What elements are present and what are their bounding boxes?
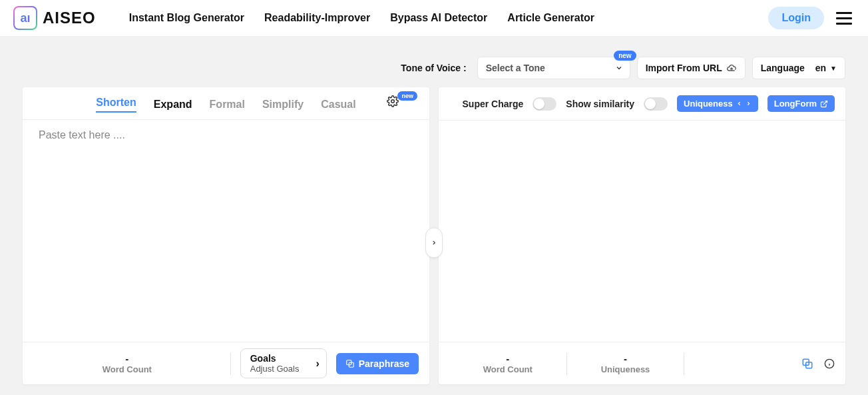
show-similarity-label: Show similarity — [566, 99, 634, 109]
copy-icon — [345, 359, 355, 368]
language-label: Language — [761, 63, 805, 73]
nav-readability[interactable]: Readability-Improver — [264, 12, 370, 24]
nav-instant-blog[interactable]: Instant Blog Generator — [129, 12, 244, 24]
main-nav: Instant Blog Generator Readability-Impro… — [129, 12, 594, 24]
nav-article[interactable]: Article Generator — [507, 12, 594, 24]
goals-title: Goals — [250, 353, 304, 364]
app-header: aı AISEO Instant Blog Generator Readabil… — [0, 0, 868, 37]
paraphrase-button[interactable]: Paraphrase — [336, 353, 419, 374]
tab-formal[interactable]: Formal — [210, 99, 245, 111]
input-word-count-value: - — [33, 353, 221, 364]
login-button[interactable]: Login — [768, 7, 824, 29]
divider — [230, 352, 231, 375]
chevron-right-icon: › — [316, 358, 319, 370]
chevron-down-icon — [615, 64, 623, 72]
tab-simplify[interactable]: Simplify — [262, 99, 304, 111]
language-select[interactable]: Language en ▼ — [752, 57, 845, 79]
output-word-count: - Word Count — [449, 353, 566, 374]
chevron-left-icon — [736, 101, 742, 107]
import-from-url-button[interactable]: Import From URL — [637, 57, 746, 79]
goals-subtitle: Adjust Goals — [250, 364, 304, 374]
nav-bypass[interactable]: Bypass AI Detector — [390, 12, 487, 24]
tone-of-voice-label: Tone of Voice : — [401, 63, 466, 73]
cloud-upload-icon — [726, 63, 737, 73]
goals-button[interactable]: Goals Adjust Goals › — [240, 348, 327, 378]
output-panel: Super Charge Show similarity Uniqueness … — [439, 87, 845, 384]
output-toolbar: Super Charge Show similarity Uniqueness … — [439, 87, 845, 121]
output-word-count-value: - — [449, 353, 566, 364]
output-word-count-label: Word Count — [449, 364, 566, 374]
menu-icon[interactable] — [833, 9, 855, 27]
brand-logo[interactable]: aı AISEO — [13, 6, 96, 30]
input-panel: Shorten Expand Formal Simplify Casual ne… — [23, 87, 429, 384]
work-area: Shorten Expand Formal Simplify Casual ne… — [0, 87, 868, 395]
copy-output-icon[interactable] — [801, 358, 813, 370]
svg-line-3 — [823, 101, 827, 105]
output-footer: - Word Count - Uniqueness — [439, 342, 845, 384]
uniqueness-button[interactable]: Uniqueness — [677, 95, 758, 112]
external-link-icon — [820, 100, 828, 108]
language-value: en — [815, 63, 826, 73]
chevron-right-icon — [746, 101, 752, 107]
input-footer: - Word Count Goals Adjust Goals › Paraph… — [23, 342, 429, 384]
input-word-count: - Word Count — [33, 353, 221, 374]
output-uniqueness-value: - — [567, 353, 684, 364]
tone-select[interactable]: Select a Tone new — [477, 57, 630, 79]
text-input[interactable]: Paste text here .... — [23, 120, 429, 342]
super-charge-toggle[interactable] — [533, 97, 556, 111]
input-word-count-label: Word Count — [33, 364, 221, 374]
tab-expand[interactable]: Expand — [154, 99, 192, 111]
info-icon[interactable] — [824, 358, 835, 369]
output-uniqueness: - Uniqueness — [567, 353, 684, 374]
uniqueness-label: Uniqueness — [684, 99, 733, 109]
logo-icon: aı — [13, 6, 37, 30]
tone-select-placeholder: Select a Tone — [486, 63, 545, 73]
output-uniqueness-label: Uniqueness — [567, 364, 684, 374]
settings-button[interactable]: new — [387, 95, 419, 107]
paraphrase-label: Paraphrase — [359, 358, 409, 369]
top-controls: Tone of Voice : Select a Tone new Import… — [0, 37, 868, 87]
show-similarity-toggle[interactable] — [644, 97, 668, 111]
output-area — [439, 121, 845, 342]
brand-text: AISEO — [43, 9, 96, 27]
import-url-label: Import From URL — [646, 63, 722, 73]
divider — [684, 352, 684, 375]
caret-down-icon: ▼ — [830, 65, 837, 72]
longform-button[interactable]: LongForm — [767, 95, 835, 112]
editor-placeholder: Paste text here .... — [39, 129, 125, 141]
mode-tabs: Shorten Expand Formal Simplify Casual ne… — [23, 87, 429, 120]
super-charge-label: Super Charge — [463, 99, 524, 109]
svg-point-0 — [391, 100, 395, 103]
tab-casual[interactable]: Casual — [321, 99, 355, 111]
gear-new-badge: new — [397, 91, 417, 101]
longform-label: LongForm — [774, 99, 817, 109]
new-badge: new — [614, 51, 636, 61]
tab-shorten[interactable]: Shorten — [96, 97, 136, 113]
panel-collapse-toggle[interactable] — [425, 227, 443, 258]
